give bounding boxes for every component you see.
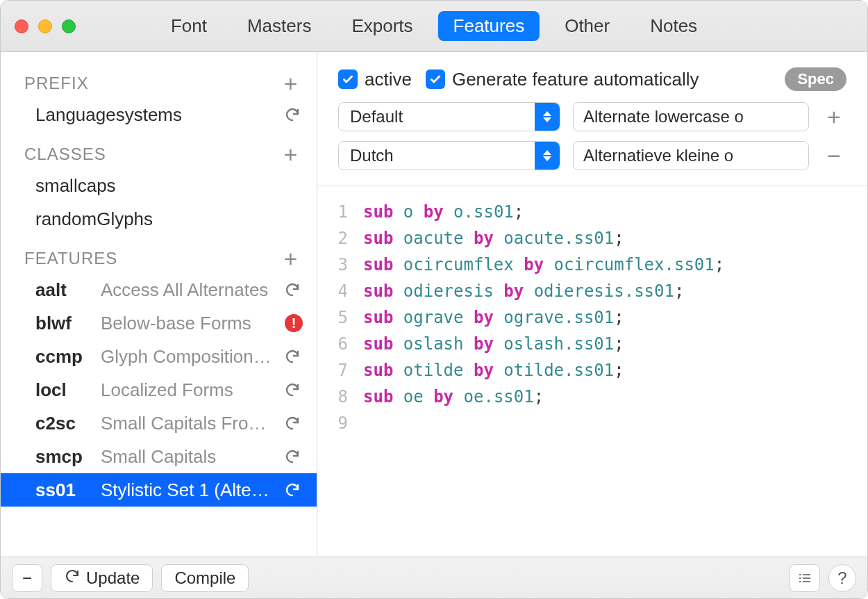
feature-toolbar: active Generate feature automatically Sp… bbox=[317, 52, 867, 98]
titlebar: FontMastersExportsFeaturesOtherNotes bbox=[1, 1, 867, 52]
minus-icon: − bbox=[22, 568, 32, 588]
help-button[interactable]: ? bbox=[828, 564, 856, 592]
class-item-smallcaps[interactable]: smallcaps bbox=[1, 169, 317, 202]
checkmark-icon bbox=[426, 69, 445, 89]
refresh-icon[interactable] bbox=[282, 479, 303, 500]
checkmark-icon bbox=[338, 69, 358, 89]
feature-item-smcp[interactable]: smcpSmall Capitals bbox=[1, 440, 317, 473]
spec-button[interactable]: Spec bbox=[785, 67, 846, 91]
prefix-section-header: PREFIX + bbox=[1, 52, 317, 98]
feature-tag: locl bbox=[35, 379, 92, 401]
language-select-value: Default bbox=[350, 107, 403, 126]
feature-tag: ss01 bbox=[35, 479, 92, 501]
add-class-button[interactable]: + bbox=[281, 144, 301, 165]
feature-item-blwf[interactable]: blwfBelow-base Forms! bbox=[1, 306, 317, 340]
class-item-randomglyphs[interactable]: randomGlyphs bbox=[1, 202, 317, 236]
compile-label: Compile bbox=[174, 568, 235, 588]
list-icon bbox=[796, 571, 813, 585]
refresh-icon[interactable] bbox=[282, 279, 303, 300]
zoom-window-button[interactable] bbox=[62, 19, 76, 33]
refresh-icon[interactable] bbox=[282, 446, 303, 467]
refresh-icon[interactable] bbox=[282, 379, 303, 400]
footer-bar: − Update Compile ? bbox=[1, 557, 867, 598]
feature-desc: Access All Alternates bbox=[101, 279, 274, 301]
feature-tag: aalt bbox=[35, 279, 92, 301]
refresh-icon[interactable] bbox=[282, 346, 303, 367]
features-section-label: FEATURES bbox=[24, 249, 117, 268]
tab-other[interactable]: Other bbox=[549, 11, 625, 41]
lang-row-0: DefaultAlternate lowercase o+ bbox=[338, 102, 846, 131]
add-feature-button[interactable]: + bbox=[281, 248, 301, 269]
feature-name-field[interactable]: Alternate lowercase o bbox=[573, 102, 809, 131]
feature-name-field[interactable]: Alternatieve kleine o bbox=[573, 141, 809, 170]
feature-item-aalt[interactable]: aaltAccess All Alternates bbox=[1, 273, 317, 306]
feature-tag: smcp bbox=[35, 446, 92, 468]
feature-desc: Localized Forms bbox=[101, 379, 274, 401]
window-controls bbox=[15, 19, 76, 33]
compile-button[interactable]: Compile bbox=[161, 564, 249, 592]
tab-features[interactable]: Features bbox=[438, 11, 540, 41]
language-select-value: Dutch bbox=[350, 146, 394, 165]
prefix-section-label: PREFIX bbox=[24, 74, 89, 93]
features-section-header: FEATURES + bbox=[1, 236, 317, 273]
class-item-label: randomGlyphs bbox=[35, 208, 307, 230]
feature-name-value: Alternate lowercase o bbox=[583, 107, 744, 126]
refresh-icon[interactable] bbox=[282, 413, 303, 434]
error-icon: ! bbox=[285, 314, 303, 332]
feature-desc: Below-base Forms bbox=[101, 313, 276, 334]
code-content[interactable]: sub o by o.ss01;sub oacute by oacute.ss0… bbox=[358, 199, 724, 557]
add-prefix-button[interactable]: + bbox=[281, 73, 301, 94]
active-label: active bbox=[365, 69, 412, 90]
update-label: Update bbox=[86, 568, 140, 588]
code-editor[interactable]: 123456789 sub o by o.ss01;sub oacute by … bbox=[317, 186, 867, 557]
main-split: PREFIX + Languagesystems CLASSES + small… bbox=[1, 52, 867, 557]
chevron-updown-icon bbox=[535, 103, 560, 131]
feature-desc: Glyph Composition /… bbox=[101, 346, 274, 368]
add-lang-row-button[interactable]: + bbox=[821, 104, 846, 129]
question-icon: ? bbox=[837, 568, 846, 588]
refresh-icon bbox=[64, 568, 81, 589]
top-tabs: FontMastersExportsFeaturesOtherNotes bbox=[156, 11, 712, 41]
remove-lang-row-button[interactable]: − bbox=[821, 143, 846, 168]
feature-desc: Small Capitals bbox=[101, 446, 274, 468]
feature-name-value: Alternatieve kleine o bbox=[583, 146, 733, 165]
lang-row-1: DutchAlternatieve kleine o− bbox=[338, 141, 846, 170]
class-item-label: smallcaps bbox=[35, 175, 307, 197]
prefix-item-languagesystems[interactable]: Languagesystems bbox=[1, 98, 317, 131]
stylistic-set-names: DefaultAlternate lowercase o+DutchAltern… bbox=[317, 98, 867, 186]
active-checkbox[interactable]: active bbox=[338, 69, 412, 90]
feature-item-ccmp[interactable]: ccmpGlyph Composition /… bbox=[1, 340, 317, 373]
feature-desc: Stylistic Set 1 (Alter… bbox=[101, 479, 274, 501]
close-window-button[interactable] bbox=[15, 19, 28, 33]
update-button[interactable]: Update bbox=[51, 564, 153, 592]
feature-tag: ccmp bbox=[35, 346, 92, 368]
language-select[interactable]: Dutch bbox=[338, 141, 560, 170]
tab-exports[interactable]: Exports bbox=[336, 11, 428, 41]
feature-tag: blwf bbox=[35, 313, 92, 334]
snippets-button[interactable] bbox=[790, 564, 820, 592]
line-gutter: 123456789 bbox=[317, 199, 358, 557]
feature-tag: c2sc bbox=[35, 413, 92, 434]
feature-item-c2sc[interactable]: c2scSmall Capitals From… bbox=[1, 407, 317, 440]
autogen-label: Generate feature automatically bbox=[452, 69, 699, 90]
tab-masters[interactable]: Masters bbox=[232, 11, 326, 41]
content-pane: active Generate feature automatically Sp… bbox=[317, 52, 867, 557]
classes-section-header: CLASSES + bbox=[1, 131, 317, 169]
sidebar: PREFIX + Languagesystems CLASSES + small… bbox=[1, 52, 317, 557]
feature-item-locl[interactable]: loclLocalized Forms bbox=[1, 373, 317, 407]
chevron-updown-icon bbox=[535, 142, 560, 170]
autogen-checkbox[interactable]: Generate feature automatically bbox=[426, 69, 699, 90]
feature-desc: Small Capitals From… bbox=[101, 413, 274, 434]
prefix-item-label: Languagesystems bbox=[35, 104, 274, 126]
tab-notes[interactable]: Notes bbox=[635, 11, 712, 41]
tab-font[interactable]: Font bbox=[156, 11, 222, 41]
refresh-icon[interactable] bbox=[282, 104, 303, 125]
minimize-window-button[interactable] bbox=[38, 19, 52, 33]
remove-button[interactable]: − bbox=[12, 564, 42, 592]
classes-section-label: CLASSES bbox=[24, 145, 106, 164]
feature-item-ss01[interactable]: ss01Stylistic Set 1 (Alter… bbox=[1, 473, 317, 507]
language-select[interactable]: Default bbox=[338, 102, 560, 131]
